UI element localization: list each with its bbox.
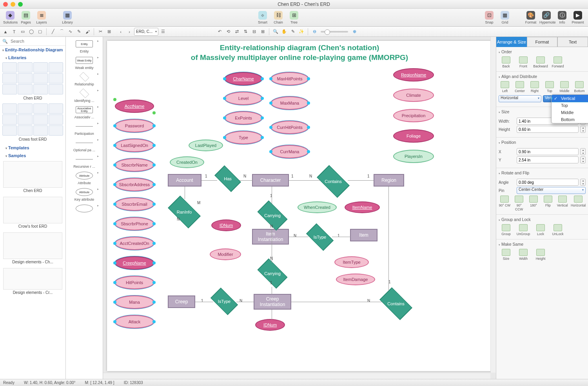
chen-erd-thumbs[interactable] bbox=[0, 62, 65, 95]
x-input[interactable] bbox=[517, 148, 579, 155]
vertical-menu[interactable]: ✓Vertical Top Middle Bottom bbox=[551, 94, 588, 123]
root-section[interactable]: Entity-Relationship Diagram bbox=[0, 46, 65, 54]
shape-Relationship[interactable]: Relationship▸ bbox=[69, 71, 100, 86]
pages-button[interactable]: ▤Pages bbox=[19, 11, 33, 24]
library-button[interactable]: ▦Library bbox=[60, 11, 74, 24]
present-button[interactable]: ▶Present bbox=[571, 11, 585, 24]
attr-foliage[interactable]: Foliage bbox=[393, 129, 434, 143]
sample-crows-erd[interactable] bbox=[3, 197, 62, 223]
rel-contains[interactable]: Contains bbox=[381, 289, 410, 318]
zoom-in-button[interactable]: ⊕ bbox=[350, 28, 358, 36]
entity-item[interactable]: Item bbox=[350, 229, 377, 241]
attr-lastsignedon[interactable]: LastSignedOn bbox=[115, 139, 154, 152]
rel-istype[interactable]: IsType bbox=[308, 225, 332, 249]
flip-h-button[interactable]: ⇄ bbox=[233, 28, 241, 36]
erd-diagram[interactable]: AcctNamePasswordLastSignedOnSbscrbrNameS… bbox=[107, 41, 492, 371]
makesame-width[interactable]: Width bbox=[516, 249, 531, 261]
spline-tool[interactable]: ∿ bbox=[66, 28, 74, 36]
shape-Entity[interactable]: EntityEntity▸ bbox=[69, 38, 100, 53]
canvas-hscroll[interactable] bbox=[103, 373, 490, 379]
shape-Identifying ...[interactable]: Identifying ...▸ bbox=[69, 88, 100, 103]
rel-raninfo[interactable]: RanInfo bbox=[170, 198, 199, 227]
shape-Attribute[interactable]: AttributeAttribute▸ bbox=[69, 170, 100, 185]
group-lock[interactable]: Lock bbox=[533, 224, 548, 236]
rotate-flip[interactable]: Flip bbox=[542, 196, 554, 211]
pointer-tool[interactable]: ▲ bbox=[2, 28, 9, 36]
order-back[interactable]: Back bbox=[499, 56, 514, 68]
info-button[interactable]: ⓘInfo bbox=[555, 11, 569, 24]
attr-sbscrbremail[interactable]: SbscrbrEmail bbox=[115, 198, 154, 211]
ellipse-tool[interactable]: ◯ bbox=[27, 28, 35, 36]
rel-carrying[interactable]: Carrying bbox=[259, 260, 286, 287]
attr-playersin[interactable]: PlayersIn bbox=[393, 150, 434, 163]
attr-attack[interactable]: Attack bbox=[115, 315, 154, 328]
undo-button[interactable]: ↶ bbox=[216, 28, 223, 36]
vmenu-middle[interactable]: Middle bbox=[552, 109, 588, 116]
entity-region[interactable]: Region bbox=[374, 174, 404, 187]
height-spinner[interactable]: ▴▾ bbox=[580, 126, 586, 133]
sample-chen-erd[interactable] bbox=[3, 161, 62, 188]
search-input[interactable] bbox=[9, 38, 66, 44]
attr-idnum[interactable]: IDNum bbox=[211, 219, 241, 231]
brush-tool[interactable]: 🖌 bbox=[83, 28, 91, 36]
shape-Associativ ...[interactable]: Associative EntityAssociativ ...▸ bbox=[69, 104, 100, 119]
shape-Optional pa ...[interactable]: Optional pa ...▸ bbox=[69, 137, 100, 152]
canvas-area[interactable]: Entity-relationship diagram (Chen's nota… bbox=[103, 37, 496, 379]
shape-Weak entity[interactable]: Weak EntityWeak entity▸ bbox=[69, 55, 100, 70]
stamp-tool[interactable]: ⊞ bbox=[105, 28, 113, 36]
crowsfoot-thumbs[interactable] bbox=[0, 103, 65, 136]
align-middle[interactable]: Middle bbox=[558, 81, 571, 93]
entity-item-instantiation[interactable]: Item Instantiation bbox=[252, 229, 289, 245]
nav-menu[interactable]: ☰ bbox=[159, 28, 167, 36]
samples-section[interactable]: Samples bbox=[0, 152, 65, 159]
magic-tool[interactable]: ✨ bbox=[298, 28, 305, 36]
minimize-window-button[interactable] bbox=[11, 2, 15, 7]
attr-idnum[interactable]: IDNum bbox=[255, 319, 285, 331]
group-group[interactable]: Group bbox=[499, 224, 514, 236]
attr-level[interactable]: Level bbox=[225, 92, 262, 105]
shape-Recursive r ...[interactable]: Recursive r ...▸ bbox=[69, 154, 100, 169]
hand-tool[interactable]: ✋ bbox=[280, 28, 288, 36]
eyedropper-tool[interactable]: ✎ bbox=[289, 28, 297, 36]
order-backward[interactable]: Backward bbox=[533, 56, 548, 68]
rotate-180-[interactable]: 180° bbox=[528, 196, 540, 211]
rel-istype[interactable]: IsType bbox=[212, 289, 236, 314]
rel-has[interactable]: Has bbox=[216, 167, 240, 190]
group-ungroup[interactable]: UnGroup bbox=[516, 224, 531, 236]
attr-acctname[interactable]: AcctName bbox=[115, 100, 154, 113]
attr-lastplayed[interactable]: LastPlayed bbox=[189, 140, 223, 151]
text-box-tool[interactable]: ▢ bbox=[36, 28, 44, 36]
angle-input[interactable] bbox=[517, 179, 579, 186]
entity-account[interactable]: Account bbox=[168, 174, 201, 187]
attr-sbscrbrphone[interactable]: SbscrbrPhone bbox=[115, 217, 154, 230]
rotate-90-ccw[interactable]: 90° CCW bbox=[513, 196, 525, 211]
vmenu-bottom[interactable]: Bottom bbox=[552, 116, 588, 123]
zoom-slider[interactable] bbox=[321, 31, 348, 33]
grid-button[interactable]: ▦Grid bbox=[498, 11, 512, 24]
attr-charname[interactable]: CharName bbox=[225, 72, 262, 85]
libraries-section[interactable]: Libraries bbox=[0, 54, 65, 62]
attr-regionname[interactable]: RegionName bbox=[393, 68, 434, 82]
zoom-out-button[interactable]: ⊖ bbox=[310, 28, 318, 36]
entity-creep-instantiation[interactable]: Creep Instantiation bbox=[254, 294, 291, 310]
zoom-tool[interactable]: 🔍 bbox=[272, 28, 279, 36]
flip-v-button[interactable]: ⇅ bbox=[241, 28, 249, 36]
align-bottom[interactable]: Bottom bbox=[573, 81, 586, 93]
crop-tool[interactable]: ✂ bbox=[96, 28, 104, 36]
attr-maxhitpoints[interactable]: MaxHitPoints bbox=[271, 72, 309, 85]
text-tool[interactable]: T bbox=[10, 28, 18, 36]
rect-tool[interactable]: ▭ bbox=[19, 28, 27, 36]
tree-button[interactable]: ⊞Tree bbox=[287, 11, 301, 24]
group-section[interactable]: Group and Lock bbox=[499, 216, 586, 224]
solutions-button[interactable]: ◆Solutions bbox=[3, 11, 17, 24]
position-section[interactable]: Position bbox=[499, 139, 586, 147]
snap-button[interactable]: ⊡Snap bbox=[482, 11, 496, 24]
attr-itemdamage[interactable]: ItemDamage bbox=[336, 274, 375, 285]
attr-sbscrbraddress[interactable]: SbscrbrAddress bbox=[115, 178, 154, 191]
attr-currhitpoints[interactable]: CurrHitPoints bbox=[271, 121, 309, 134]
tab-format[interactable]: Format bbox=[527, 37, 557, 47]
attr-precipitation[interactable]: Precipitation bbox=[393, 109, 434, 122]
group-unlock[interactable]: UnLock bbox=[550, 224, 565, 236]
nav-fwd[interactable]: › bbox=[125, 28, 133, 36]
sample-design-cr[interactable] bbox=[3, 268, 62, 290]
